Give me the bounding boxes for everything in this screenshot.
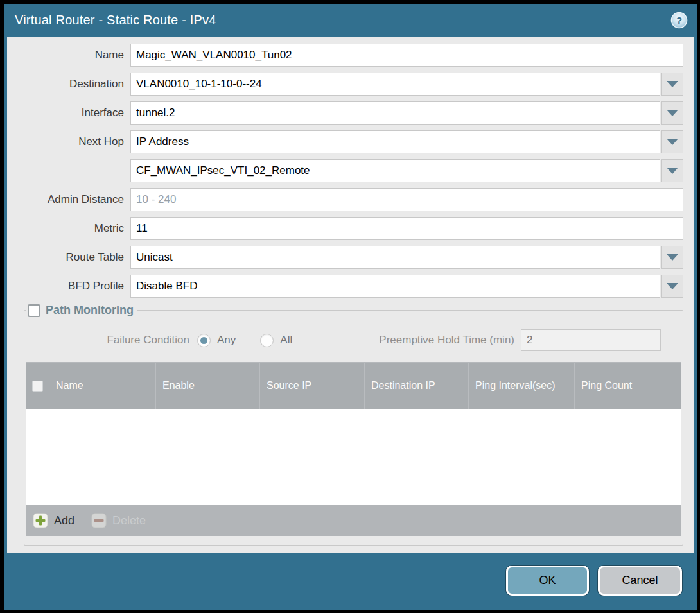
- chevron-down-icon: [667, 283, 678, 289]
- next-hop-address-input[interactable]: [130, 159, 660, 182]
- cancel-button[interactable]: Cancel: [598, 566, 682, 596]
- delete-button-label: Delete: [112, 514, 146, 528]
- failure-condition-label: Failure Condition: [26, 334, 197, 347]
- form-row-admin-distance: Admin Distance: [7, 188, 683, 211]
- dialog-title: Virtual Router - Static Route - IPv4: [15, 13, 670, 28]
- ok-button[interactable]: OK: [506, 566, 589, 596]
- path-monitoring-checkbox[interactable]: [28, 304, 40, 317]
- chevron-down-icon: [667, 168, 678, 174]
- table-toolbar: Add Delete: [26, 505, 681, 536]
- name-input[interactable]: [130, 44, 683, 67]
- bfd-profile-input[interactable]: [130, 275, 660, 298]
- admin-distance-label: Admin Distance: [7, 193, 130, 206]
- admin-distance-input[interactable]: [130, 188, 683, 211]
- minus-icon: [91, 513, 107, 528]
- chevron-down-icon: [667, 139, 678, 145]
- path-monitoring-section: Path Monitoring Failure Condition Any Al…: [24, 304, 683, 546]
- column-header-destination-ip[interactable]: Destination IP: [365, 363, 469, 409]
- interface-label: Interface: [7, 107, 130, 119]
- add-button[interactable]: Add: [33, 513, 74, 528]
- column-header-enable[interactable]: Enable: [156, 363, 260, 409]
- help-icon[interactable]: ?: [670, 12, 688, 29]
- chevron-down-icon: [667, 254, 678, 261]
- preemptive-hold-time-input[interactable]: [521, 329, 661, 351]
- route-table-input[interactable]: [130, 246, 660, 269]
- svg-text:?: ?: [676, 15, 682, 26]
- column-header-ping-interval[interactable]: Ping Interval(sec): [469, 363, 575, 409]
- preemptive-hold-time-label: Preemptive Hold Time (min): [379, 334, 521, 347]
- failure-condition-row: Failure Condition Any All Preemptive Hol…: [26, 329, 671, 352]
- form-row-destination: Destination: [7, 73, 683, 96]
- add-button-label: Add: [54, 514, 74, 528]
- form-row-name: Name: [7, 44, 683, 67]
- next-hop-type-dropdown-button[interactable]: [661, 130, 683, 153]
- chevron-down-icon: [667, 81, 678, 87]
- interface-dropdown-button[interactable]: [661, 101, 683, 125]
- path-monitoring-title: Path Monitoring: [46, 304, 134, 317]
- select-all-checkbox[interactable]: [32, 381, 43, 392]
- destination-dropdown-button[interactable]: [661, 73, 683, 96]
- dialog-titlebar: Virtual Router - Static Route - IPv4 ?: [4, 4, 697, 37]
- column-header-ping-count[interactable]: Ping Count: [575, 363, 681, 409]
- dialog-content: Name Destination Interface Next Hop: [7, 37, 694, 553]
- chevron-down-icon: [667, 110, 678, 116]
- form-row-metric: Metric: [7, 217, 683, 240]
- failure-condition-radio-group: Any All: [197, 334, 310, 347]
- dialog-footer: OK Cancel: [4, 553, 697, 610]
- route-table-dropdown-button[interactable]: [661, 246, 683, 269]
- form-row-interface: Interface: [7, 101, 683, 125]
- form-row-bfd-profile: BFD Profile: [7, 275, 683, 298]
- bfd-profile-label: BFD Profile: [7, 280, 130, 293]
- delete-button[interactable]: Delete: [91, 513, 146, 528]
- metric-input[interactable]: [130, 217, 683, 240]
- destination-label: Destination: [7, 78, 130, 91]
- interface-input[interactable]: [130, 101, 660, 125]
- form-row-next-hop: Next Hop: [7, 130, 683, 153]
- next-hop-label: Next Hop: [7, 135, 130, 148]
- next-hop-type-input[interactable]: [130, 130, 660, 153]
- static-route-dialog: Virtual Router - Static Route - IPv4 ? N…: [4, 4, 697, 610]
- metric-label: Metric: [7, 222, 130, 235]
- form-row-next-hop-address: [7, 159, 683, 182]
- form-row-route-table: Route Table: [7, 246, 683, 269]
- column-header-name[interactable]: Name: [49, 363, 156, 409]
- name-label: Name: [7, 49, 130, 62]
- path-monitoring-legend: Path Monitoring: [26, 304, 137, 317]
- destination-input[interactable]: [130, 73, 660, 96]
- radio-any[interactable]: [197, 334, 211, 347]
- radio-all[interactable]: [260, 334, 274, 347]
- table-body-empty: [26, 409, 681, 505]
- next-hop-address-dropdown-button[interactable]: [661, 159, 683, 182]
- column-header-source-ip[interactable]: Source IP: [260, 363, 365, 409]
- radio-all-label: All: [280, 334, 292, 347]
- plus-icon: [33, 513, 48, 528]
- route-table-label: Route Table: [7, 251, 130, 264]
- bfd-profile-dropdown-button[interactable]: [661, 275, 683, 298]
- table-header-row: Name Enable Source IP Destination IP Pin…: [26, 363, 681, 409]
- radio-any-label: Any: [217, 334, 236, 347]
- path-monitoring-table: Name Enable Source IP Destination IP Pin…: [26, 362, 681, 536]
